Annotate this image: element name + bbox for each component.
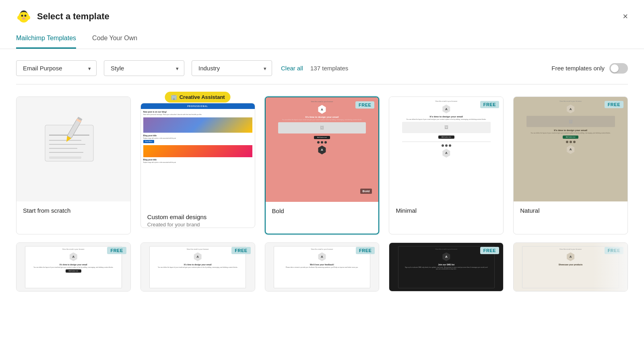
t3-image: FREE View this email in your browser A W… <box>265 243 379 291</box>
natural-hex-logo: A <box>566 105 575 113</box>
natural-social-1 <box>566 141 568 143</box>
scratch-card-title: Start from scratch <box>23 207 124 214</box>
template-card-natural[interactable]: FREE View this email in your browser A 🖼… <box>513 97 628 234</box>
bold-image-area: FREE View this email in your browser A I… <box>266 97 379 202</box>
minimal-hex-logo: A <box>442 105 451 113</box>
industry-wrapper: Industry ▾ <box>192 60 272 76</box>
filters-right: Free templates only <box>551 63 628 74</box>
custom-card-subtitle: Created for your brand <box>147 222 248 228</box>
creative-assistant-wrapper: 🏢 Creative Assistant PROFESSIONAL New po… <box>140 97 255 234</box>
bold-hex-footer: A <box>318 146 326 154</box>
custom-card-footer: Custom email designs Created for your br… <box>141 208 255 228</box>
natural-image-placeholder-icon: 🖼 <box>569 119 573 124</box>
minimal-email-preview: View this email in your browser A It's t… <box>389 97 503 201</box>
svg-point-4 <box>25 15 27 17</box>
natural-image-area: FREE View this email in your browser A 🖼… <box>514 97 627 201</box>
modal-header-left: Select a template <box>16 9 109 24</box>
free-templates-label: Free templates only <box>551 65 605 72</box>
scratch-icon <box>37 113 109 185</box>
tab-code-your-own[interactable]: Code Your Own <box>92 35 137 49</box>
bold-social <box>317 141 327 144</box>
bold-button: Add button text <box>314 136 330 139</box>
minimal-image-box: 🖼 <box>402 122 491 133</box>
minimal-social <box>442 144 451 147</box>
template-card-t2[interactable]: FREE View this email in your browser A I… <box>140 242 255 292</box>
minimal-social-1 <box>442 144 444 147</box>
email-purpose-select[interactable]: Email Purpose <box>16 60 97 76</box>
templates-grid-row1: Start from scratch 🏢 Creative Assistant … <box>0 84 644 242</box>
creative-assistant-badge: 🏢 Creative Assistant <box>165 92 231 103</box>
template-count: 137 templates <box>310 65 348 72</box>
svg-rect-12 <box>49 156 81 159</box>
t2-free-badge: FREE <box>231 247 250 254</box>
natural-social <box>566 141 576 143</box>
t1-image: FREE View this email in your browser A I… <box>17 243 130 291</box>
modal-title: Select a template <box>37 11 109 22</box>
svg-point-2 <box>27 16 30 20</box>
natural-image-box: 🖼 <box>526 116 615 127</box>
custom-image-area: PROFESSIONAL New post is on our blog! St… <box>141 103 255 208</box>
custom-card-title: Custom email designs <box>147 214 248 220</box>
t5-free-badge: FREE <box>605 247 623 254</box>
natural-social-3 <box>573 141 576 143</box>
t3-free-badge: FREE <box>356 247 375 254</box>
minimal-image-area: FREE View this email in your browser A I… <box>389 97 503 201</box>
building-icon: 🏢 <box>171 94 177 100</box>
natural-card-title: Natural <box>520 207 621 214</box>
template-card-scratch[interactable]: Start from scratch <box>16 97 131 234</box>
social-icon-2 <box>321 141 323 144</box>
clear-all-button[interactable]: Clear all <box>281 65 303 72</box>
minimal-free-badge: FREE <box>480 101 499 108</box>
style-wrapper: Style ▾ <box>104 60 184 76</box>
minimal-card-title: Minimal <box>396 207 497 214</box>
svg-point-3 <box>21 15 23 17</box>
t4-image: FREE View this email in your browser A J… <box>389 243 503 291</box>
natural-email-preview: View this email in your browser A 🖼 It's… <box>514 97 627 201</box>
social-icon-3 <box>324 141 327 144</box>
natural-free-badge: FREE <box>605 101 623 108</box>
svg-rect-6 <box>45 125 93 161</box>
bold-email-preview: View this email in your browser A It's t… <box>266 97 379 202</box>
mailchimp-logo <box>16 9 31 24</box>
bold-free-badge: FREE <box>355 101 374 109</box>
industry-select[interactable]: Industry <box>192 60 272 76</box>
bold-image-box: 🖼 <box>278 122 366 133</box>
scratch-image-area <box>17 97 130 201</box>
template-card-t4[interactable]: FREE View this email in your browser A J… <box>389 242 504 292</box>
natural-button: Add button text <box>563 136 579 139</box>
t4-free-badge: FREE <box>480 247 499 254</box>
bold-hex-logo: A <box>318 105 326 114</box>
tab-mailchimp-templates[interactable]: Mailchimp Templates <box>16 35 76 49</box>
free-only-toggle[interactable] <box>609 63 628 74</box>
toggle-knob <box>611 64 619 72</box>
natural-social-2 <box>570 141 572 143</box>
close-button[interactable]: × <box>623 12 628 21</box>
image-placeholder-icon: 🖼 <box>320 125 324 130</box>
natural-hex-footer: A <box>566 145 575 154</box>
template-card-t3[interactable]: FREE View this email in your browser A W… <box>265 242 380 292</box>
minimal-card-footer: Minimal <box>389 201 503 220</box>
social-icon-1 <box>317 141 320 144</box>
templates-grid-row2: FREE View this email in your browser A I… <box>0 242 644 300</box>
template-card-t1[interactable]: FREE View this email in your browser A I… <box>16 242 131 292</box>
template-card-minimal[interactable]: FREE View this email in your browser A I… <box>389 97 504 234</box>
template-card-t5[interactable]: FREE View this email in your browser A S… <box>513 242 628 292</box>
svg-point-1 <box>17 16 21 20</box>
style-select[interactable]: Style <box>104 60 184 76</box>
blog-image-2 <box>143 145 252 157</box>
tabs: Mailchimp Templates Code Your Own <box>16 35 628 49</box>
filters-bar: Email Purpose ▾ Style ▾ Industry ▾ Clear… <box>0 49 644 84</box>
template-card-bold[interactable]: FREE View this email in your browser A I… <box>265 97 380 234</box>
minimal-hex-footer: A <box>442 149 451 158</box>
template-card-custom[interactable]: PROFESSIONAL New post is on our blog! St… <box>140 103 255 228</box>
t5-image: FREE View this email in your browser A S… <box>514 243 627 291</box>
minimal-image-placeholder-icon: 🖼 <box>444 125 448 129</box>
tabs-container: Mailchimp Templates Code Your Own <box>0 27 644 49</box>
t1-button: Add button text <box>66 269 82 273</box>
t1-free-badge: FREE <box>107 247 126 254</box>
modal-container: Select a template × Mailchimp Templates … <box>0 0 644 347</box>
modal-header: Select a template × <box>0 0 644 24</box>
t2-image: FREE View this email in your browser A I… <box>141 243 255 291</box>
bold-card-footer: Bold <box>266 202 379 221</box>
minimal-social-3 <box>449 144 451 147</box>
